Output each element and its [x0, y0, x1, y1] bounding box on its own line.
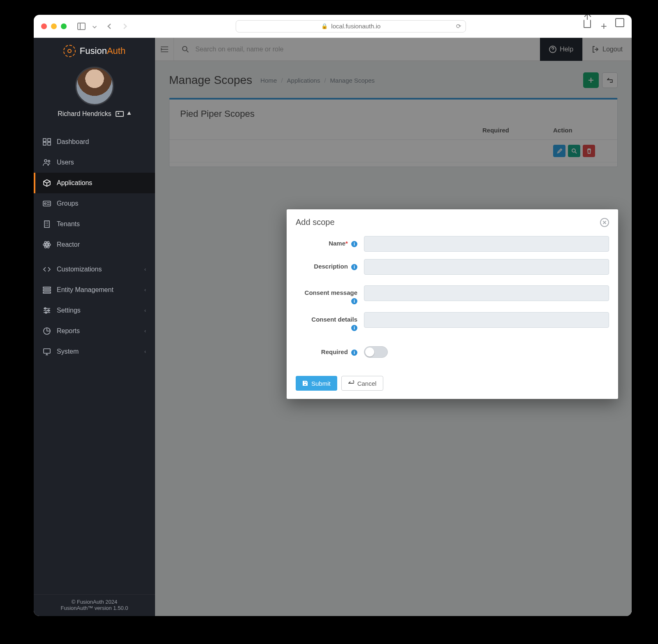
sidebar-item-entity-management[interactable]: Entity Management ‹	[34, 280, 155, 300]
consent-message-input[interactable]	[364, 285, 609, 301]
sidebar-item-settings[interactable]: Settings ‹	[34, 300, 155, 321]
user-name: Richard Hendricks	[58, 110, 111, 118]
label-consent-details: Consent details	[296, 312, 357, 331]
cancel-button[interactable]: Cancel	[341, 376, 384, 391]
add-scope-modal: Add scope Name* Description	[287, 209, 618, 399]
chevron-left-icon: ‹	[144, 287, 146, 293]
sidebar-item-label: Applications	[57, 179, 92, 187]
id-card-icon[interactable]	[116, 111, 124, 117]
cancel-label: Cancel	[357, 380, 377, 387]
logo-mark-icon	[63, 45, 76, 57]
submit-label: Submit	[311, 380, 331, 387]
entity-icon	[43, 286, 51, 294]
close-icon[interactable]	[600, 218, 609, 227]
label-description: Description	[296, 259, 357, 271]
chevron-down-icon[interactable]	[93, 24, 97, 28]
primary-nav: Dashboard Users Applications Groups Tena…	[34, 132, 155, 362]
modal-footer: Submit Cancel	[287, 373, 618, 399]
svg-rect-8	[44, 221, 49, 227]
sidebar-item-label: Reports	[57, 327, 80, 335]
sidebar-item-groups[interactable]: Groups	[34, 193, 155, 214]
description-input[interactable]	[364, 259, 609, 275]
location-arrow-icon[interactable]	[127, 111, 132, 117]
nav-separator	[34, 255, 155, 259]
svg-point-5	[48, 160, 50, 162]
footer-version: FusionAuth™ version 1.50.0	[34, 605, 155, 611]
sidebar-item-system[interactable]: System ‹	[34, 341, 155, 362]
monitor-icon	[43, 348, 51, 355]
sidebar-item-reactor[interactable]: Reactor	[34, 234, 155, 255]
svg-rect-14	[43, 290, 51, 291]
field-consent-message: Consent message	[296, 285, 609, 305]
sidebar-item-tenants[interactable]: Tenants	[34, 214, 155, 234]
browser-window: 🔒 local.fusionauth.io ⟳ FusionAuth	[34, 15, 632, 616]
building-icon	[43, 220, 51, 228]
consent-details-input[interactable]	[364, 312, 609, 328]
sliders-icon	[43, 307, 51, 314]
window-zoom-icon[interactable]	[61, 23, 67, 29]
logo: FusionAuth	[34, 38, 155, 64]
info-icon[interactable]	[351, 264, 357, 270]
info-icon[interactable]	[351, 325, 357, 331]
sidebar-item-label: Users	[57, 159, 74, 166]
label-required: Required	[296, 345, 357, 356]
titlebar-left-controls	[77, 23, 127, 30]
label-text: Description	[314, 263, 348, 270]
users-icon	[43, 159, 51, 166]
info-icon[interactable]	[351, 298, 357, 304]
label-text: Consent details	[311, 316, 357, 323]
info-icon[interactable]	[351, 350, 357, 356]
code-icon	[43, 266, 51, 273]
pie-icon	[43, 327, 51, 335]
tab-overview-icon[interactable]	[617, 20, 624, 27]
sidebar-item-label: Groups	[57, 200, 78, 207]
label-consent-message: Consent message	[296, 285, 357, 305]
sidebar-item-label: Customizations	[57, 266, 102, 273]
svg-rect-15	[43, 292, 51, 293]
nav-forward-icon[interactable]	[121, 23, 127, 29]
field-description: Description	[296, 259, 609, 275]
window-close-icon[interactable]	[41, 23, 47, 29]
svg-rect-0	[43, 139, 46, 141]
sidebar-item-label: Dashboard	[57, 138, 89, 146]
field-name: Name*	[296, 236, 609, 252]
save-icon	[302, 380, 308, 386]
brand-text-a: Fusion	[80, 46, 107, 56]
field-required: Required	[296, 345, 609, 358]
address-text: local.fusionauth.io	[331, 23, 380, 30]
chevron-left-icon: ‹	[144, 328, 146, 334]
sidebar-item-dashboard[interactable]: Dashboard	[34, 132, 155, 152]
info-icon[interactable]	[351, 241, 357, 247]
address-bar[interactable]: 🔒 local.fusionauth.io ⟳	[236, 20, 466, 32]
sidebar-toggle-icon[interactable]	[77, 23, 86, 30]
reload-icon[interactable]: ⟳	[456, 23, 461, 30]
field-consent-details: Consent details	[296, 312, 609, 331]
sidebar-item-applications[interactable]: Applications	[34, 173, 155, 193]
svg-point-7	[44, 203, 46, 204]
name-input[interactable]	[364, 236, 609, 252]
avatar[interactable]	[75, 67, 114, 105]
share-icon[interactable]	[584, 20, 591, 28]
submit-button[interactable]: Submit	[296, 376, 337, 391]
svg-point-9	[46, 244, 48, 246]
new-tab-icon[interactable]	[601, 20, 607, 32]
label-text: Consent message	[305, 289, 357, 296]
sidebar-item-reports[interactable]: Reports ‹	[34, 321, 155, 341]
nav-back-icon[interactable]	[107, 23, 113, 29]
chevron-left-icon: ‹	[144, 308, 146, 313]
chevron-left-icon: ‹	[144, 349, 146, 354]
address-bar-wrap: 🔒 local.fusionauth.io ⟳	[130, 20, 572, 32]
svg-rect-3	[48, 142, 51, 145]
undo-icon	[348, 380, 354, 386]
groups-icon	[43, 200, 51, 207]
svg-rect-13	[43, 287, 51, 288]
sidebar-item-users[interactable]: Users	[34, 152, 155, 173]
label-text: Name	[329, 240, 345, 247]
label-text: Required	[321, 348, 348, 355]
sidebar-item-customizations[interactable]: Customizations ‹	[34, 259, 155, 280]
required-toggle[interactable]	[364, 346, 388, 358]
grid-icon	[43, 138, 51, 146]
svg-rect-2	[43, 142, 46, 145]
current-user: Richard Hendricks	[34, 64, 155, 124]
window-minimize-icon[interactable]	[51, 23, 57, 29]
